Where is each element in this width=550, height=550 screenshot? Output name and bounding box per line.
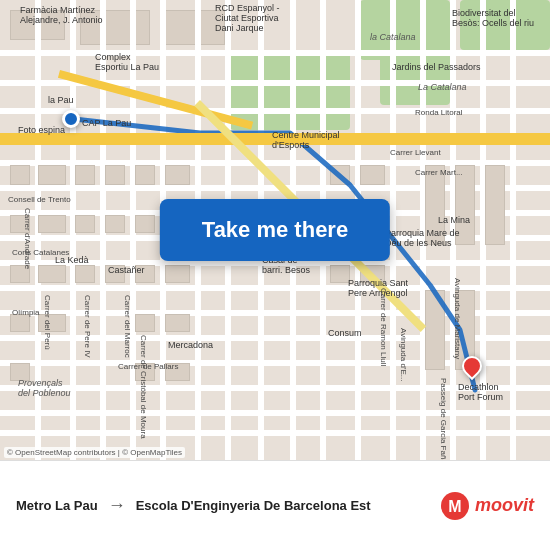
map-label-jardins: Jardins del Passadors	[392, 62, 481, 72]
block	[38, 165, 66, 185]
moovit-text: moovit	[475, 495, 534, 516]
take-me-there-button[interactable]: Take me there	[160, 199, 390, 261]
block	[75, 215, 95, 233]
map-label-centre: Centre Municipald'Esports	[272, 130, 340, 150]
map-label-foto: Foto espina	[18, 125, 65, 135]
map-label-lapau: la Pau	[48, 95, 74, 105]
map-label-ronda: Ronda Litoral	[415, 108, 463, 117]
map-label-peru: Carrer del Perú	[43, 295, 52, 350]
route-arrow: →	[108, 495, 126, 516]
map-label-maristany: Avinguda de Maristany	[453, 278, 462, 359]
moovit-icon: M	[441, 492, 469, 520]
from-label: Metro La Pau	[16, 498, 98, 513]
block	[330, 165, 350, 185]
block	[75, 265, 95, 283]
block	[330, 265, 350, 283]
map-label-ramonllull: Carrer de Ramon Llull	[379, 288, 388, 366]
map-label-andrade: Carrer d'Andrade	[23, 208, 32, 269]
map-label-lamina: La Mina	[438, 215, 470, 225]
map-label-mart: Carrer Mart...	[415, 168, 463, 177]
map-label-mercadona: Mercadona	[168, 340, 213, 350]
block	[38, 265, 66, 283]
block	[105, 215, 125, 233]
map-label-parroquia: Parroquia Mare deDéu de les Neus	[385, 228, 460, 248]
destination-pin	[458, 352, 486, 380]
map-label-cristobal: Carrer de Cristóbal de Moura	[139, 335, 148, 439]
block	[425, 290, 445, 370]
osm-attribution: © OpenStreetMap contributors | © OpenMap…	[4, 447, 185, 458]
block	[485, 165, 505, 245]
map-label-farmacia: Farmàcia MartínezAlejandre, J. Antonio	[20, 5, 103, 25]
map-label-rcd: RCD Espanyol -Ciutat EsportivaDani Jarqu…	[215, 3, 280, 33]
map-label-pallars: Carrer de Pallars	[118, 362, 178, 371]
road	[0, 430, 550, 436]
svg-text:M: M	[448, 498, 461, 515]
block	[135, 165, 155, 185]
map-label-olimpia: Olímpia	[12, 308, 40, 317]
block	[165, 165, 190, 185]
map-label-catalana2: La Catalana	[418, 82, 467, 92]
map-label-pereiv: Carrer de Pere IV	[83, 295, 92, 358]
block	[135, 215, 155, 233]
map-label-garcia: Passeig de Garcia Faña	[439, 378, 448, 460]
map-label-avinguda: Avinguda d'E...	[399, 328, 408, 381]
map-label-llevant: Carrer Llevant	[390, 148, 441, 157]
block	[135, 314, 155, 332]
road	[0, 108, 550, 114]
map-label-consum: Consum	[328, 328, 362, 338]
origin-marker	[62, 110, 80, 128]
block	[105, 165, 125, 185]
map-label-consell: Consell de Trento	[8, 195, 71, 204]
map-label-provencals: Provençalsdel Poblenou	[18, 378, 71, 398]
block	[165, 314, 190, 332]
map-label-marroc: Carrer del Marroc	[123, 295, 132, 358]
road	[0, 50, 550, 56]
moovit-logo: M moovit	[441, 492, 534, 520]
block	[10, 165, 30, 185]
map-label-biodiversitat: Biodiversitat delBesòs: Ocells del riu	[452, 8, 534, 28]
block	[360, 165, 385, 185]
map-label-decathlon: DecathlonPort Forum	[458, 382, 503, 402]
road	[0, 410, 550, 416]
map-label-cap: CAP La Pau	[82, 118, 131, 128]
map-label-complex: ComplexEsportiu La Pau	[95, 52, 159, 72]
destination-marker	[462, 356, 482, 382]
map-label-castaner: Castañer	[108, 265, 145, 275]
bottom-bar: Metro La Pau → Escola D'Enginyeria De Ba…	[0, 460, 550, 550]
block	[165, 265, 190, 283]
road	[510, 0, 516, 460]
block	[75, 165, 95, 185]
block	[38, 215, 66, 233]
to-label: Escola D'Enginyeria De Barcelona Est	[136, 498, 431, 513]
map-label-corts: Corts Catalanes	[12, 248, 69, 257]
map-container: Farmàcia MartínezAlejandre, J. Antonio R…	[0, 0, 550, 460]
map-label-catalana: la Catalana	[370, 32, 416, 42]
